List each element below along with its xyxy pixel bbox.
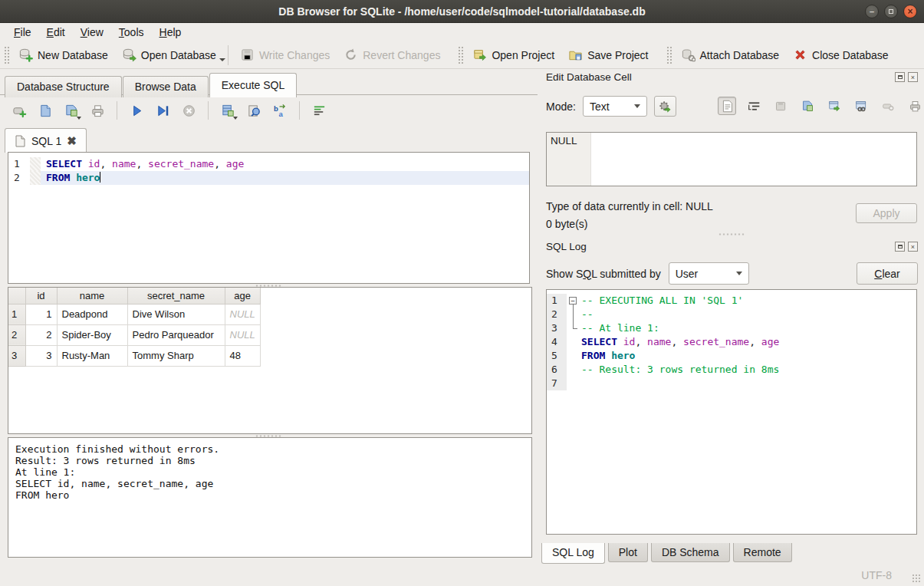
sql-log-view[interactable]: 1−-- EXECUTING ALL IN 'SQL 1'2--3-- At l… xyxy=(546,289,917,535)
open-file-icon xyxy=(38,104,53,118)
text-mode-button[interactable] xyxy=(718,97,736,115)
menu-edit[interactable]: Edit xyxy=(39,25,73,40)
copy-link-button[interactable] xyxy=(852,97,870,115)
edit-cell-panel-title: Edit Database Cell xyxy=(546,71,632,83)
word-wrap-icon xyxy=(748,100,761,113)
tab-database-structure[interactable]: Database Structure xyxy=(5,76,122,97)
save-sql-file-button[interactable] xyxy=(63,102,80,119)
column-header-secret-name[interactable]: secret_name xyxy=(127,288,225,304)
log-filter-select[interactable]: User xyxy=(669,262,749,285)
close-button[interactable]: × xyxy=(903,5,917,18)
menu-file[interactable]: File xyxy=(6,25,39,40)
import-icon xyxy=(774,100,788,113)
titlebar[interactable]: DB Browser for SQLite - /home/user/code/… xyxy=(0,0,924,23)
cell[interactable]: Deadpond xyxy=(57,304,127,324)
word-wrap-button[interactable] xyxy=(745,97,763,115)
find-button[interactable] xyxy=(245,102,262,119)
cell-size-info: 0 byte(s) xyxy=(546,216,713,233)
execution-message-box[interactable]: Execution finished without errors.Result… xyxy=(8,437,532,558)
open-sql-file-button[interactable] xyxy=(37,102,54,119)
cell[interactable]: Pedro Parqueador xyxy=(127,324,225,345)
splitter-handle[interactable] xyxy=(718,232,745,236)
print-cell-button[interactable] xyxy=(906,97,924,115)
cell[interactable]: Dive Wilson xyxy=(127,304,225,324)
sql-editor[interactable]: 1SELECT id, name, secret_name, age2FROM … xyxy=(8,152,530,284)
print-icon xyxy=(909,100,922,113)
results-grid[interactable]: idnamesecret_nameage11DeadpondDive Wilso… xyxy=(8,287,532,434)
set-null-button xyxy=(879,97,897,115)
corner-header[interactable] xyxy=(8,288,25,304)
log-line: 3-- At line 1: xyxy=(547,321,916,335)
tab-execute-sql[interactable]: Execute SQL xyxy=(209,73,298,97)
cell[interactable]: 3 xyxy=(25,345,57,366)
minimize-button[interactable]: – xyxy=(865,5,879,18)
open-project-icon xyxy=(472,48,487,62)
float-panel-icon[interactable] xyxy=(895,72,905,82)
menu-help[interactable]: Help xyxy=(152,25,189,40)
format-sql-button[interactable] xyxy=(311,102,327,119)
open-database-button[interactable]: Open Database xyxy=(115,44,223,65)
toolbar-grip[interactable] xyxy=(4,46,9,64)
encoding-indicator[interactable]: UTF-8 xyxy=(861,569,892,581)
new-database-button[interactable]: New Database xyxy=(12,44,115,65)
fold-collapse-icon[interactable]: − xyxy=(569,297,577,305)
open-project-button[interactable]: Open Project xyxy=(465,44,561,65)
row-header[interactable]: 1 xyxy=(8,304,25,324)
attach-database-button[interactable]: Attach Database xyxy=(674,44,787,65)
find-icon xyxy=(247,104,261,118)
format-icon xyxy=(312,104,327,118)
maximize-button[interactable] xyxy=(884,5,898,18)
toggle-case-button[interactable]: ba xyxy=(271,102,288,119)
cell[interactable]: Rusty-Man xyxy=(57,345,127,366)
resize-grip[interactable] xyxy=(912,574,921,583)
text-document-icon xyxy=(721,100,734,113)
export-data-button[interactable] xyxy=(798,97,817,115)
cell[interactable]: 48 xyxy=(225,345,260,366)
cell-edit-area[interactable] xyxy=(591,133,916,186)
text-cursor xyxy=(100,172,100,183)
cell[interactable]: Tommy Sharp xyxy=(127,345,225,366)
cell[interactable]: NULL xyxy=(225,304,260,324)
cell[interactable]: Spider-Boy xyxy=(57,324,127,345)
toolbar-grip[interactable] xyxy=(666,46,672,64)
float-panel-icon[interactable] xyxy=(895,242,905,252)
execute-current-line-button[interactable] xyxy=(154,102,171,119)
auto-switch-mode-button[interactable] xyxy=(654,96,676,117)
svg-text:b: b xyxy=(273,104,278,113)
save-project-button[interactable]: Save Project xyxy=(561,44,655,65)
close-tab-icon[interactable]: ✖ xyxy=(67,135,77,146)
log-line: 7 xyxy=(547,377,916,390)
open-database-dropdown-icon[interactable] xyxy=(219,58,225,61)
cell-value-editor[interactable]: NULL xyxy=(546,132,917,186)
log-line: 6-- Result: 3 rows returned in 8ms xyxy=(547,363,916,377)
row-header[interactable]: 3 xyxy=(8,345,25,366)
cell[interactable]: 2 xyxy=(25,324,57,345)
cell-type-info: Type of data currently in cell: NULL xyxy=(546,198,713,216)
menu-tools[interactable]: Tools xyxy=(111,25,152,40)
tab-browse-data[interactable]: Browse Data xyxy=(123,76,209,97)
sql-editor-toolbar: ba xyxy=(11,101,327,120)
open-in-external-button[interactable] xyxy=(825,97,843,115)
table-row: 33Rusty-ManTommy Sharp48 xyxy=(8,345,260,366)
toolbar-grip[interactable] xyxy=(458,46,463,64)
execute-sql-button[interactable] xyxy=(128,102,145,119)
column-header-name[interactable]: name xyxy=(57,288,127,304)
column-header-age[interactable]: age xyxy=(225,288,260,304)
print-sql-button[interactable] xyxy=(89,102,106,119)
cell-editor-icon-bar xyxy=(718,97,924,115)
save-results-button[interactable] xyxy=(219,102,236,119)
row-header[interactable]: 2 xyxy=(8,324,25,345)
cell[interactable]: 1 xyxy=(25,304,57,324)
close-database-button[interactable]: Close Database xyxy=(786,44,896,65)
mode-select[interactable]: Text xyxy=(583,96,647,117)
cell[interactable]: NULL xyxy=(225,324,260,345)
sql-document-tab[interactable]: SQL 1 ✖ xyxy=(5,128,87,153)
close-panel-icon[interactable]: × xyxy=(908,242,918,252)
clear-log-button[interactable]: Clear xyxy=(857,262,918,285)
close-panel-icon[interactable]: × xyxy=(908,72,918,82)
open-sql-tab-button[interactable] xyxy=(11,102,28,119)
stop-execution-button xyxy=(180,102,197,119)
menu-view[interactable]: View xyxy=(73,25,111,40)
column-header-id[interactable]: id xyxy=(25,288,57,304)
new-tab-icon xyxy=(12,104,27,118)
